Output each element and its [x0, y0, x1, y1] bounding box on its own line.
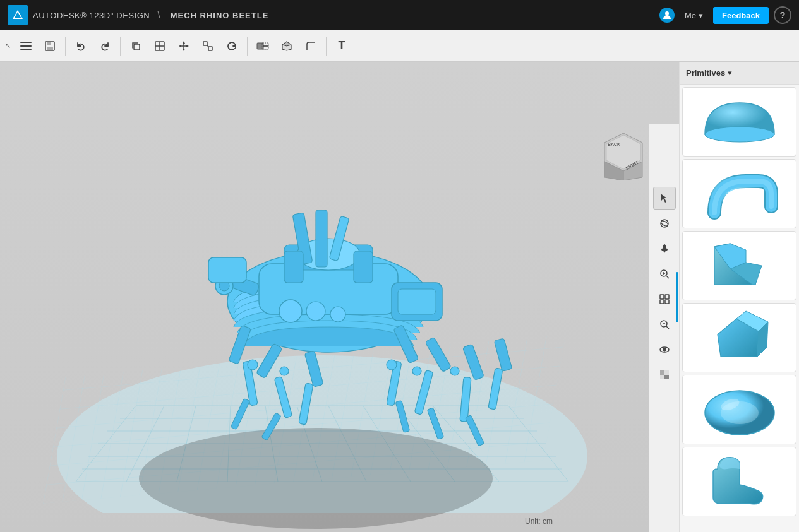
- me-button[interactable]: Me ▾: [680, 8, 708, 23]
- divider-3: [247, 37, 248, 56]
- svg-rect-5: [47, 42, 51, 45]
- feedback-button[interactable]: Feedback: [713, 7, 769, 24]
- svg-rect-101: [665, 300, 669, 304]
- svg-rect-6: [47, 47, 53, 50]
- pan-tool-button[interactable]: [653, 237, 676, 260]
- redo-button[interactable]: [93, 35, 116, 57]
- material-button[interactable]: [653, 364, 676, 386]
- svg-point-84: [306, 302, 325, 321]
- beetle-body: [208, 210, 512, 446]
- svg-rect-99: [665, 295, 669, 299]
- svg-rect-17: [203, 42, 207, 45]
- logo-area: AUTODESK® 123D° DESIGN \ MECH RHINO BEET…: [8, 5, 659, 25]
- separator: \: [157, 9, 160, 21]
- svg-rect-56: [208, 257, 246, 283]
- model-shadow: [139, 428, 493, 529]
- primitive-half-sphere[interactable]: [682, 87, 796, 157]
- primitive-oval[interactable]: [682, 375, 796, 444]
- svg-rect-69: [395, 400, 410, 432]
- primitives-dropdown[interactable]: Primitives ▾: [686, 68, 732, 78]
- panel-header: Primitives ▾: [680, 62, 799, 85]
- primitive-l-bracket[interactable]: [682, 231, 796, 300]
- dropdown-arrow: ▾: [728, 68, 732, 78]
- user-avatar: [659, 8, 675, 23]
- svg-rect-2: [20, 45, 32, 47]
- select-tool-button[interactable]: [653, 187, 676, 210]
- svg-rect-51: [284, 251, 303, 283]
- svg-point-106: [663, 348, 666, 351]
- app-name: AUTODESK® 123D° DESIGN: [33, 11, 150, 20]
- svg-marker-23: [282, 42, 291, 46]
- svg-point-80: [387, 360, 397, 370]
- combine-button[interactable]: [251, 35, 274, 57]
- svg-rect-77: [488, 368, 503, 410]
- svg-rect-3: [20, 49, 32, 50]
- svg-rect-1: [20, 42, 32, 43]
- svg-rect-61: [231, 398, 249, 430]
- viewport-background: Unit: cm: [0, 62, 679, 532]
- header: AUTODESK® 123D° DESIGN \ MECH RHINO BEET…: [0, 0, 799, 30]
- svg-rect-72: [427, 408, 443, 439]
- svg-rect-108: [664, 370, 669, 375]
- svg-point-85: [330, 307, 345, 322]
- svg-rect-76: [494, 338, 512, 371]
- header-right: Me ▾ Feedback ?: [659, 6, 791, 24]
- svg-rect-7: [134, 44, 140, 50]
- copy-button[interactable]: [124, 35, 147, 57]
- svg-text:BACK: BACK: [608, 142, 620, 146]
- view-mode-button[interactable]: [653, 338, 676, 361]
- svg-rect-73: [462, 344, 484, 380]
- orbit-tool-button[interactable]: [653, 212, 676, 235]
- unit-display: Unit: cm: [525, 517, 553, 526]
- svg-point-79: [280, 367, 289, 375]
- zoom-tool-button[interactable]: [653, 263, 676, 285]
- grid-button[interactable]: [148, 35, 171, 57]
- text-button[interactable]: T: [330, 35, 353, 57]
- right-panel: Primitives ▾: [679, 62, 799, 532]
- help-button[interactable]: ?: [774, 6, 791, 24]
- primitive-foot-shape[interactable]: [682, 447, 796, 516]
- undo-button[interactable]: [69, 35, 92, 57]
- cursor-indicator: ↖: [5, 42, 11, 50]
- view-cube[interactable]: RIGHT BACK: [598, 130, 649, 180]
- svg-marker-16: [186, 45, 189, 47]
- svg-rect-107: [660, 370, 664, 375]
- divider-1: [65, 37, 66, 56]
- rotate-button[interactable]: [220, 35, 243, 57]
- svg-line-95: [666, 276, 669, 278]
- 3d-model: [63, 87, 594, 532]
- view-tools-panel: [649, 124, 679, 532]
- panel-title: Primitives: [686, 68, 725, 78]
- fit-tool-button[interactable]: [653, 288, 676, 310]
- svg-rect-110: [664, 375, 669, 379]
- svg-rect-74: [460, 377, 471, 422]
- svg-rect-70: [425, 337, 451, 372]
- svg-line-19: [207, 45, 208, 47]
- svg-point-82: [450, 367, 459, 375]
- save-button[interactable]: [39, 35, 61, 57]
- viewport[interactable]: Unit: cm: [0, 62, 679, 532]
- divider-2: [120, 37, 121, 56]
- svg-point-83: [279, 300, 302, 322]
- fillet-button[interactable]: [299, 35, 322, 57]
- svg-rect-98: [660, 295, 664, 299]
- svg-rect-66: [299, 383, 313, 425]
- extrude-button[interactable]: [275, 35, 298, 57]
- main-area: Unit: cm RIGHT BACK: [0, 62, 799, 532]
- svg-marker-15: [179, 45, 181, 47]
- svg-rect-71: [414, 370, 433, 415]
- svg-rect-58: [398, 289, 436, 314]
- svg-line-103: [666, 326, 669, 329]
- primitive-curved-pipe[interactable]: [682, 159, 796, 228]
- menu-button[interactable]: [15, 35, 37, 57]
- svg-rect-109: [660, 375, 664, 379]
- svg-rect-18: [208, 47, 212, 50]
- transform-button[interactable]: [172, 35, 195, 57]
- scale-button[interactable]: [196, 35, 219, 57]
- primitive-pentagon-prism[interactable]: [682, 303, 796, 372]
- primitives-list: [680, 85, 799, 532]
- divider-4: [326, 37, 327, 56]
- svg-point-81: [412, 367, 421, 375]
- scroll-indicator: [676, 272, 678, 322]
- zoom-extent-button[interactable]: [653, 313, 676, 336]
